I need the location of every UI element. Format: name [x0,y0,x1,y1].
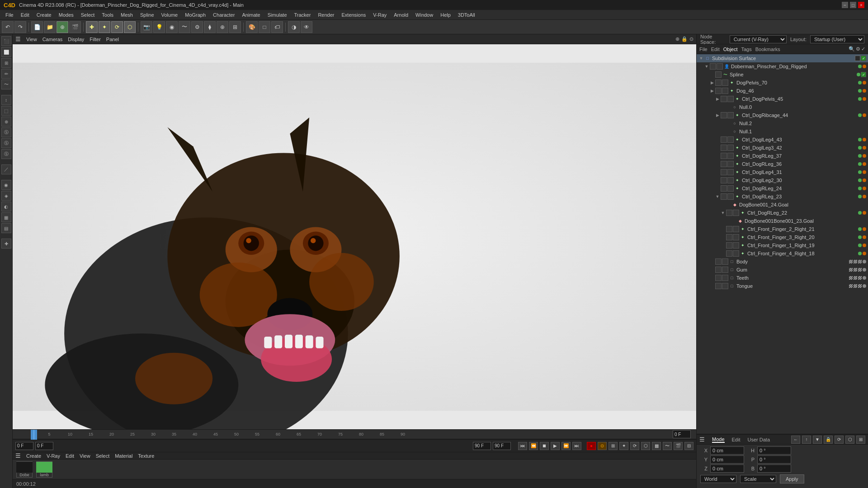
left-tool-line[interactable]: ／ [1,164,11,174]
mat-menu-texture[interactable]: Texture [138,453,154,459]
panel-tab-file[interactable]: File [699,47,708,52]
panel-tab-bookmarks[interactable]: Bookmarks [755,47,780,52]
minimize-button[interactable]: − [842,2,848,8]
tree-item-dogpelvis70[interactable]: ▶ ✦ DogPelvis_70 [697,79,868,87]
tree-vis-dogpelvis[interactable] [715,80,722,86]
tree-item-null2[interactable]: ○ Null.2 [697,119,868,127]
menu-tracker[interactable]: Tracker [291,11,315,19]
tree-vis2-dogileg431[interactable] [727,169,734,175]
tree-item-ctrl-dogrleg22[interactable]: ▼ ✦ Ctrl_DogRLeg_22 [697,209,868,217]
tree-vis-doberman[interactable] [710,63,716,70]
go-start-button[interactable]: ⏮ [518,442,527,450]
vt-hamburger[interactable]: ☰ [15,36,21,42]
tree-vis2-body[interactable] [722,258,728,265]
redo-button[interactable]: ↷ [14,21,26,33]
menu-vray[interactable]: V-Ray [369,11,390,19]
tree-vis2-dogileg230[interactable] [727,177,734,183]
attr-anim-button[interactable]: ⟳ [835,436,844,444]
tree-vis-finger4[interactable] [726,250,732,257]
tree-item-ctrl-dogileg43[interactable]: ✦ Ctrl_DoglLeg4_43 [697,136,868,144]
left-tool-bp[interactable]: ✏ [1,69,11,79]
tree-vis2-tongue[interactable] [722,283,728,289]
timeline-playhead[interactable] [31,430,37,440]
left-tool-s3[interactable]: Ⓢ [1,127,11,137]
tree-vis2-finger3[interactable] [733,234,739,240]
tree-item-ctrl-dogrleg37[interactable]: ✦ Ctrl_DogRLeg_37 [697,152,868,160]
menu-arnold[interactable]: Arnold [390,11,412,19]
attr-key-button[interactable]: ⬡ [845,436,854,444]
coord-h-input[interactable] [757,446,791,455]
open-button[interactable]: 📁 [44,21,56,33]
deformer-button[interactable]: ⧫ [204,21,216,33]
tree-item-ctrl-dogileg230[interactable]: ✦ Ctrl_DoglLeg2_30 [697,176,868,184]
display-toggle[interactable]: 👁 [301,21,312,33]
tree-vis2-dogrleg36[interactable] [727,161,734,167]
tree-vis-teeth[interactable] [715,275,722,281]
attr-lock-button[interactable]: 🔒 [824,436,833,444]
tree-vis-finger3[interactable] [726,234,732,240]
current-frame-input[interactable] [673,430,691,438]
fps-display[interactable] [493,442,511,450]
tree-item-ctrl-dogribcage44[interactable]: ▶ ✦ Ctrl_DogRibcage_44 [697,111,868,119]
panel-close-icon[interactable]: ✓ [861,46,865,52]
left-tool-s2[interactable]: ⊕ [1,117,11,127]
viewport-icon-lock[interactable]: 🔒 [681,36,688,42]
move-tool[interactable]: ✦ [99,21,110,33]
tree-vis-dogrleg36[interactable] [721,161,727,167]
tree-vis2-finger2[interactable] [733,226,739,232]
panel-tab-object[interactable]: Object [723,47,738,52]
tree-item-gum[interactable]: □ Gum [697,266,868,274]
subdiv-check[interactable]: ✓ [861,56,866,61]
tree-vis-tongue[interactable] [715,283,722,289]
tree-vis-dogrleg37[interactable] [721,153,727,159]
snap-button[interactable]: ⊕ [57,21,68,33]
attr-tab-userdata[interactable]: User Data [748,437,770,442]
left-tool-brush5[interactable]: ▤ [1,223,11,233]
attr-expand-button[interactable]: ⊞ [856,436,865,444]
tree-vis-finger2[interactable] [726,226,732,232]
left-tool-brush4[interactable]: ▦ [1,212,11,222]
render-button[interactable]: 🎬 [69,21,81,33]
texture-button[interactable]: □ [259,21,270,33]
menu-mograph[interactable]: MoGraph [181,11,209,19]
maximize-button[interactable]: □ [850,2,856,8]
tree-vis-dog46[interactable] [715,88,722,94]
key-scale-button[interactable]: ⬡ [641,442,650,450]
viewport-icon-render[interactable]: ⊙ [689,36,693,42]
material-lamb[interactable]: lamb [36,461,52,478]
primitives-button[interactable]: ◉ [166,21,178,33]
go-end-button[interactable]: ⏭ [572,442,581,450]
menu-create[interactable]: Create [33,11,55,19]
tree-vis-dogrleg22[interactable] [726,210,732,216]
timeline-icon2[interactable]: ⊟ [684,442,693,450]
tree-vis-dogileg342[interactable] [721,145,727,151]
new-button[interactable]: 📄 [31,21,43,33]
tree-vis2-ctrlpelvis45[interactable] [727,96,734,102]
tree-item-ctrl-dogpelvis45[interactable]: ▶ ✦ Ctrl_DogPelvis_45 [697,95,868,103]
left-tool-move[interactable]: ↕ [1,95,11,105]
mat-menu-material[interactable]: Material [115,453,132,459]
tree-item-ctrl-front-finger4-right18[interactable]: ✦ Ctrl_Front_Finger_4_Right_18 [697,249,868,258]
tree-vis-dogileg431[interactable] [721,169,727,175]
tree-item-null1[interactable]: ○ Null.1 [697,127,868,136]
subdiv-vis1[interactable] [855,56,860,61]
tree-vis2-dogrleg37[interactable] [727,153,734,159]
tree-vis-spline[interactable] [715,71,722,78]
coord-z-input[interactable] [710,465,744,473]
spline-tool[interactable]: 〜 [179,21,190,33]
mat-menu-view[interactable]: View [80,453,90,459]
layout-dropdown[interactable]: Startup (User) [810,35,864,43]
tag-button[interactable]: 🏷 [271,21,283,33]
coord-y-input[interactable] [710,455,744,464]
menu-simulate[interactable]: Simulate [264,11,291,19]
left-tool-uvw[interactable]: ⊞ [1,58,11,68]
key-param-button[interactable]: ▦ [652,442,661,450]
left-tool-texture[interactable]: ⬜ [1,47,11,57]
auto-key-button[interactable]: ⊙ [598,442,607,450]
panel-settings-icon[interactable]: ⚙ [856,46,860,52]
tree-vis2-dog46[interactable] [722,88,728,94]
attr-tab-edit[interactable]: Edit [732,437,741,442]
tree-item-body[interactable]: □ Body [697,258,868,266]
viewport-shading[interactable]: ◑ [288,21,300,33]
tree-item-ctrl-front-finger3-right20[interactable]: ✦ Ctrl_Front_Finger_3_Right_20 [697,233,868,241]
